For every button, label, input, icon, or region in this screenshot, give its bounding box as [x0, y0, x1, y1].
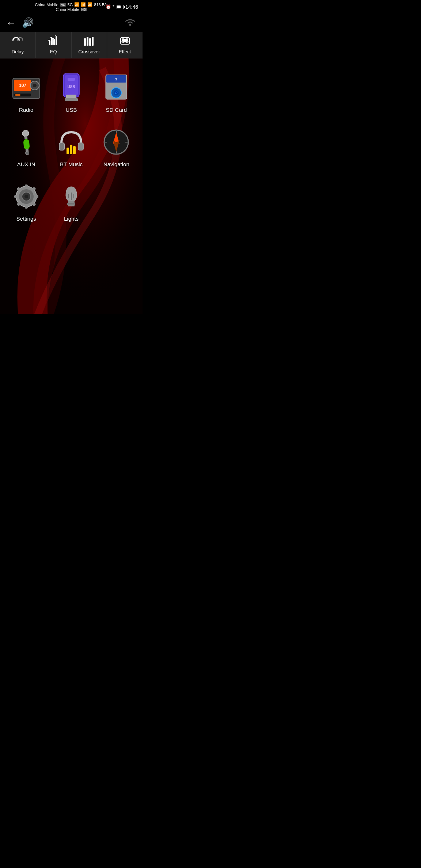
svg-rect-3	[53, 39, 55, 45]
svg-point-25	[33, 84, 37, 87]
app-sdcard[interactable]: S SD Card	[94, 66, 139, 120]
svg-rect-76	[68, 205, 75, 206]
settings-label: Settings	[16, 216, 36, 222]
carrier1-label: China Mobile	[35, 3, 58, 7]
app-grid: 107 Radio USB	[0, 58, 143, 236]
svg-rect-47	[60, 143, 64, 150]
sdcard-icon: S	[102, 73, 131, 102]
wifi-icon: 📶	[87, 2, 92, 7]
svg-point-16	[122, 41, 124, 43]
svg-rect-60	[25, 184, 28, 188]
lights-label: Lights	[64, 216, 79, 222]
hd-badge2: HD	[81, 8, 87, 11]
btmusic-icon	[57, 127, 86, 157]
bluetooth-icon: *	[113, 4, 114, 9]
svg-point-38	[115, 92, 117, 94]
battery-fill	[117, 5, 121, 8]
svg-rect-33	[68, 78, 75, 81]
svg-rect-48	[79, 143, 83, 150]
carrier2-label: China Mobile	[56, 7, 79, 12]
main-content: 107 Radio USB	[0, 58, 143, 314]
hd-badge1: HD	[60, 3, 66, 7]
svg-text:107: 107	[19, 83, 26, 88]
svg-point-0	[129, 24, 131, 26]
svg-text:USB: USB	[67, 85, 75, 89]
settings-icon	[12, 182, 41, 211]
app-navigation[interactable]: Navigation	[94, 120, 139, 175]
svg-rect-50	[70, 145, 72, 154]
btmusic-label: BT Music	[60, 161, 83, 167]
time-label: 14:46	[125, 4, 138, 10]
svg-rect-51	[73, 146, 76, 154]
app-btmusic[interactable]: BT Music	[49, 120, 94, 175]
radio-label: Radio	[19, 107, 33, 113]
wifi-status-icon	[124, 17, 137, 29]
tab-eq-label: EQ	[50, 49, 57, 54]
svg-rect-31	[65, 98, 78, 101]
auxin-icon	[12, 127, 41, 157]
tab-bar: Delay EQ Crossover	[0, 32, 143, 58]
auxin-label: AUX IN	[17, 161, 35, 167]
svg-point-40	[22, 130, 29, 137]
svg-rect-63	[35, 195, 38, 198]
svg-rect-1	[49, 41, 50, 45]
svg-rect-62	[14, 195, 18, 198]
signal-icon1: 📶	[74, 2, 79, 7]
tab-delay-label: Delay	[12, 49, 24, 54]
tab-effect[interactable]: Effect	[107, 32, 143, 58]
top-left-controls: ← 🔊	[6, 17, 34, 29]
svg-rect-27	[15, 94, 20, 96]
sdcard-label: SD Card	[106, 107, 127, 113]
svg-rect-11	[89, 38, 91, 46]
effect-tab-icon	[119, 35, 131, 47]
navigation-icon	[102, 127, 131, 157]
svg-rect-49	[67, 148, 69, 154]
signal-icon2: 📶	[81, 2, 86, 7]
lights-icon	[57, 182, 86, 211]
svg-point-17	[126, 41, 128, 43]
alarm-icon: ⏰	[106, 4, 111, 9]
carrier-info: China Mobile HD 5G 📶 📶 📶 816 B/s China M…	[35, 2, 107, 12]
battery-icon	[116, 5, 124, 9]
svg-text:S: S	[115, 77, 117, 81]
svg-rect-10	[87, 37, 88, 46]
svg-rect-12	[92, 37, 94, 46]
navigation-label: Navigation	[103, 161, 129, 167]
delay-tab-icon	[12, 35, 23, 47]
svg-rect-4	[56, 36, 57, 45]
tab-crossover-label: Crossover	[78, 49, 100, 54]
app-settings[interactable]: Settings	[4, 175, 49, 229]
volume-icon[interactable]: 🔊	[22, 17, 34, 28]
svg-rect-9	[84, 38, 86, 46]
radio-icon: 107	[12, 73, 41, 102]
svg-rect-61	[25, 205, 28, 209]
svg-rect-41	[24, 136, 27, 140]
app-usb[interactable]: USB USB	[49, 66, 94, 120]
tab-crossover[interactable]: Crossover	[72, 32, 107, 58]
eq-tab-icon	[48, 35, 59, 47]
usb-icon: USB	[57, 73, 86, 102]
app-auxin[interactable]: AUX IN	[4, 120, 49, 175]
tab-eq[interactable]: EQ	[36, 32, 72, 58]
app-lights[interactable]: Lights	[49, 175, 94, 229]
status-icons: ⏰ * 14:46	[106, 4, 138, 10]
crossover-tab-icon	[83, 35, 95, 47]
tab-delay[interactable]: Delay	[0, 32, 36, 58]
svg-rect-42	[23, 139, 30, 149]
tab-effect-label: Effect	[119, 49, 131, 54]
svg-rect-2	[51, 38, 53, 45]
status-bar: China Mobile HD 5G 📶 📶 📶 816 B/s China M…	[0, 0, 143, 14]
top-bar: ← 🔊	[0, 14, 143, 32]
network-type: 5G	[68, 3, 73, 7]
app-radio[interactable]: 107 Radio	[4, 66, 49, 120]
back-button[interactable]: ←	[6, 17, 16, 29]
svg-point-70	[24, 195, 28, 198]
usb-label: USB	[66, 107, 77, 113]
